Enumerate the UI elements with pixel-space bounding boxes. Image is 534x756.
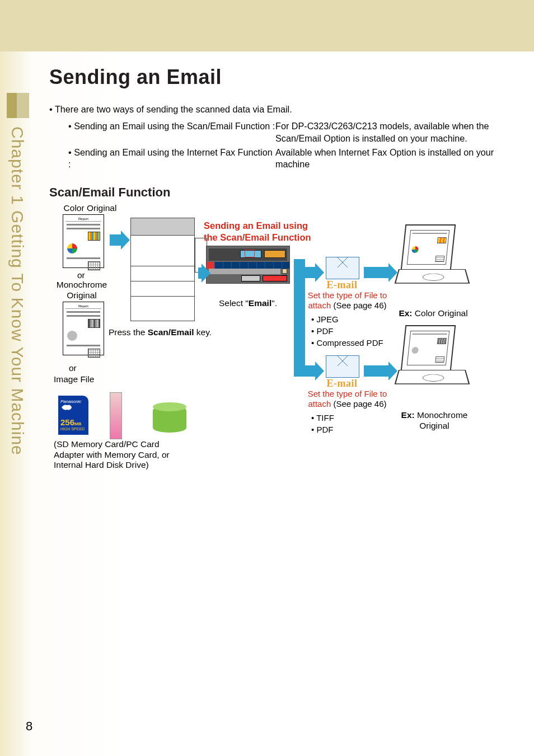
laptop-mono-icon (399, 325, 466, 392)
ex-color-label: Ex: Color Original (394, 308, 472, 319)
email-label-1: E-mail (320, 279, 364, 291)
arrow-icon (198, 267, 202, 279)
copier-icon (130, 218, 195, 321)
sd-card-icon: Panasonic 256MB HIGH SPEED (58, 396, 88, 435)
page-body: Chapter 1 Getting To Know Your Machine S… (0, 51, 534, 756)
arrow-icon (364, 267, 388, 278)
arrow-icon (364, 365, 388, 377)
arrow-icon (110, 234, 121, 246)
arrow-icon (294, 267, 315, 278)
pc-card-icon (110, 392, 122, 439)
intro-item-2: • Sending an Email using the Internet Fa… (68, 147, 519, 171)
intro-lead: • There are two ways of sending the scan… (49, 104, 519, 116)
intro-item-1: • Sending an Email using the Scan/Email … (68, 120, 519, 145)
page-title: Sending an Email (49, 65, 519, 89)
storage-note: (SD Memory Card/PC Card Adapter with Mem… (54, 439, 182, 471)
top-band (0, 0, 534, 51)
page-number: 8 (26, 719, 32, 734)
laptop-color-icon (399, 224, 466, 292)
envelope-icon (326, 355, 359, 378)
doc-color-original-icon: Report (63, 214, 104, 268)
label-or-1: or (77, 270, 85, 281)
touchscreen-panel-icon (206, 246, 290, 284)
select-email-label: Select "Email". (212, 298, 284, 309)
press-key-label: Press the Scan/Email key. (109, 327, 221, 338)
section-title: Scan/Email Function (49, 185, 519, 200)
doc-mono-original-icon: Report (63, 302, 104, 355)
intro-block: • There are two ways of sending the scan… (49, 104, 519, 171)
email-label-2: E-mail (320, 378, 364, 389)
arrow-icon (294, 365, 315, 377)
hard-disk-icon (153, 406, 186, 433)
ex-mono-label: Ex: Monochrome Original (398, 410, 471, 431)
label-color-original: Color Original (59, 203, 121, 214)
chapter-tab: Chapter 1 Getting To Know Your Machine (7, 93, 29, 529)
label-mono-original: Monochrome Original (54, 280, 110, 300)
attach-block-1: Set the type of File to attach (See page… (296, 290, 399, 349)
tab-accent-icon (7, 93, 29, 118)
envelope-icon (326, 257, 359, 279)
diagram: Color Original Report or Monochrome Orig… (49, 203, 508, 494)
label-or-2: or (69, 363, 77, 374)
chapter-tab-label: Chapter 1 Getting To Know Your Machine (8, 126, 27, 456)
label-image-file: Image File (54, 374, 94, 385)
content-area: Sending an Email • There are two ways of… (49, 65, 519, 494)
attach-block-2: Set the type of File to attach (See page… (296, 389, 399, 435)
callout-title: Sending an Email using the Scan/Email Fu… (204, 220, 316, 243)
